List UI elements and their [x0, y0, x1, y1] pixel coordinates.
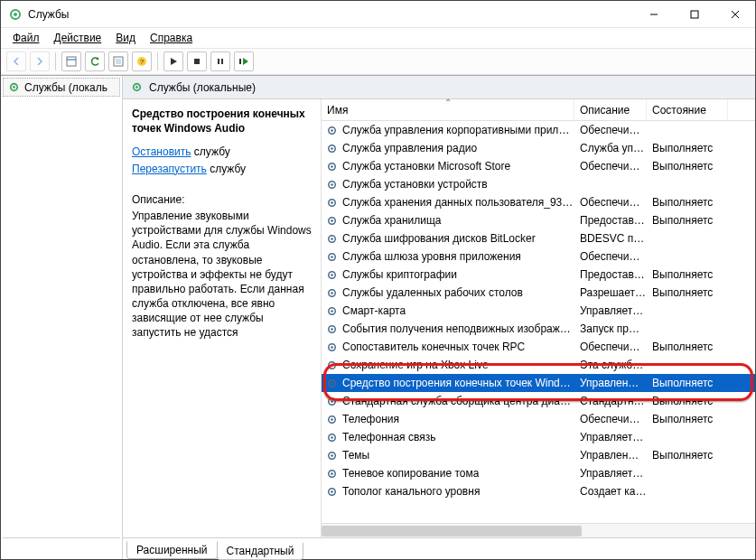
service-row[interactable]: Служба установки Microsoft StoreОбеспечи…: [322, 157, 755, 175]
stop-service-button[interactable]: [187, 51, 207, 71]
svg-rect-9: [116, 59, 121, 64]
horizontal-scrollbar[interactable]: [322, 523, 755, 537]
gear-icon: [325, 377, 339, 390]
titlebar: Службы: [1, 1, 755, 28]
restart-service-line: Перезапустить службу: [132, 162, 312, 176]
svg-point-19: [135, 86, 138, 89]
description-panel: Средство построения конечных точек Windo…: [123, 99, 322, 537]
tree-services-local[interactable]: Службы (локаль: [3, 78, 120, 97]
panel-header-band: Службы (локальные): [123, 76, 755, 99]
gear-icon: [325, 395, 339, 408]
toolbar-refresh-button[interactable]: [85, 51, 105, 71]
svg-point-37: [331, 274, 333, 276]
toolbar-properties-button[interactable]: [61, 51, 81, 71]
menu-file[interactable]: Файл: [6, 30, 46, 46]
gear-icon: [325, 178, 339, 191]
stop-service-link[interactable]: Остановить: [132, 145, 191, 158]
service-desc: Запуск пр…: [574, 322, 647, 335]
pause-service-button[interactable]: [210, 51, 230, 71]
description-heading: Описание:: [132, 192, 312, 207]
svg-point-25: [331, 165, 333, 168]
menu-action[interactable]: Действие: [48, 30, 108, 46]
svg-point-27: [331, 183, 333, 186]
service-row[interactable]: Средство построения конечных точек Windo…: [322, 374, 755, 392]
restart-service-button[interactable]: [234, 51, 254, 71]
gear-icon: [325, 250, 339, 264]
col-name[interactable]: Имя: [322, 99, 574, 120]
toolbar-export-button[interactable]: [108, 51, 128, 71]
service-row[interactable]: Службы криптографииПредостав…Выполняетс: [322, 266, 755, 284]
gear-icon: [325, 431, 339, 444]
tab-standard[interactable]: Стандартный: [217, 543, 304, 560]
service-state: Выполняетс: [647, 268, 728, 281]
service-row[interactable]: Службы удаленных рабочих столовРазрешает…: [322, 284, 755, 302]
service-row[interactable]: Сохранение игр на Xbox LiveЭта служб…: [322, 356, 755, 374]
gear-icon: [325, 467, 339, 481]
service-desc: Управлен…: [574, 449, 647, 462]
service-row[interactable]: Служба управления корпоративными прилож……: [322, 121, 755, 139]
service-row[interactable]: Служба установки устройств: [322, 175, 755, 193]
service-desc: Обеспечи…: [574, 413, 647, 425]
service-name: Телефония: [342, 413, 399, 425]
service-desc: Обеспечи…: [574, 250, 647, 263]
restart-service-link[interactable]: Перезапустить: [132, 163, 207, 175]
service-row[interactable]: Тополог канального уровняСоздает ка…: [322, 482, 755, 500]
gear-icon: [325, 304, 339, 318]
service-row[interactable]: ТелефонияОбеспечи…Выполняетс: [322, 410, 755, 428]
menu-help[interactable]: Справка: [144, 30, 199, 46]
service-row[interactable]: Телефонная связьУправляет…: [322, 428, 755, 446]
service-row[interactable]: Смарт-картаУправляет…: [322, 302, 755, 320]
maximize-button[interactable]: [674, 1, 714, 27]
service-name: Служба хранилища: [342, 214, 442, 227]
service-desc: Эта служб…: [574, 359, 647, 371]
service-state: Выполняетс: [647, 160, 728, 173]
svg-point-45: [331, 346, 333, 349]
list-body[interactable]: Служба управления корпоративными прилож……: [322, 121, 755, 523]
service-desc: Создает ка…: [574, 485, 647, 498]
svg-point-23: [331, 147, 333, 150]
service-row[interactable]: Служба хранения данных пользователя_9349…: [322, 193, 755, 211]
svg-point-39: [331, 292, 333, 294]
close-button[interactable]: [714, 1, 755, 27]
service-row[interactable]: Служба шифрования дисков BitLockerBDESVC…: [322, 229, 755, 247]
service-name: Темы: [342, 449, 369, 462]
col-state[interactable]: Состояние: [647, 99, 728, 120]
forward-button[interactable]: [30, 51, 50, 71]
svg-point-43: [331, 328, 333, 331]
service-row[interactable]: Теневое копирование томаУправляет…: [322, 464, 755, 482]
service-desc: Стандартн…: [574, 395, 647, 407]
gear-icon: [325, 124, 339, 137]
service-row[interactable]: События получения неподвижных изображен……: [322, 320, 755, 338]
gear-icon: [7, 80, 21, 94]
service-state: Выполняетс: [647, 449, 728, 462]
service-name: Служба шлюза уровня приложения: [342, 250, 521, 263]
service-row[interactable]: Служба управления радиоСлужба уп…Выполня…: [322, 139, 755, 157]
svg-point-51: [331, 400, 333, 403]
gear-icon: [325, 142, 339, 155]
back-button[interactable]: [6, 51, 26, 71]
menu-view[interactable]: Вид: [109, 30, 142, 46]
gear-icon: [325, 268, 339, 282]
start-service-button[interactable]: [163, 51, 183, 71]
service-name: Смарт-карта: [342, 304, 406, 317]
stop-service-line: Остановить службу: [132, 145, 312, 159]
service-name: Сохранение игр на Xbox Live: [342, 359, 489, 371]
minimize-button[interactable]: [633, 1, 674, 27]
service-row[interactable]: Служба хранилищаПредостав…Выполняетс: [322, 211, 755, 229]
service-name: Служба установки Microsoft Store: [342, 160, 510, 173]
service-row[interactable]: Сопоставитель конечных точек RPCОбеспечи…: [322, 338, 755, 356]
svg-point-35: [331, 256, 333, 258]
svg-point-17: [13, 86, 15, 89]
services-window: Службы Файл Действие Вид Справка ?: [0, 0, 756, 560]
service-row[interactable]: ТемыУправлен…Выполняетс: [322, 446, 755, 464]
tab-extended[interactable]: Расширенный: [126, 541, 218, 559]
service-row[interactable]: Служба шлюза уровня приложенияОбеспечи…: [322, 247, 755, 266]
service-name: Служба установки устройств: [342, 178, 488, 191]
scrollbar-thumb[interactable]: [322, 526, 582, 537]
service-row[interactable]: Стандартная служба сборщика центра диагн…: [322, 392, 755, 410]
toolbar-help-button[interactable]: ?: [132, 51, 152, 71]
svg-point-49: [331, 382, 333, 385]
right-panel: Службы (локальные) Средство построения к…: [123, 76, 755, 559]
svg-rect-6: [67, 57, 76, 66]
col-desc[interactable]: Описание: [574, 99, 647, 120]
